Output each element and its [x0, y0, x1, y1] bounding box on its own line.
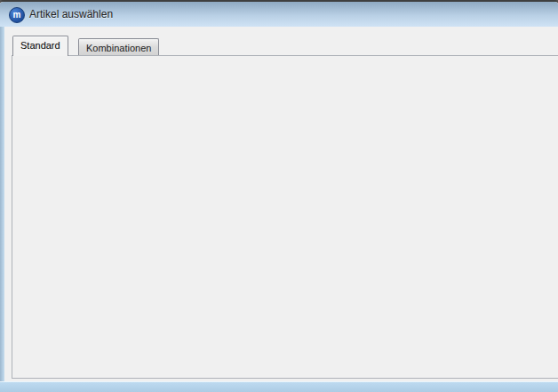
window-title: Artikel auswählen — [29, 8, 113, 20]
tab-page-standard — [12, 55, 558, 379]
title-bar[interactable]: m Artikel auswählen — [0, 2, 558, 27]
tab-kombinationen[interactable]: Kombinationen — [78, 38, 159, 56]
app-logo-icon: m — [9, 7, 25, 23]
tab-standard[interactable]: Standard — [12, 36, 68, 56]
window-border-left — [0, 27, 4, 392]
window-border-bottom — [0, 381, 558, 392]
dialog-artikel-auswaehlen: m Artikel auswählen Standard Kombination… — [0, 0, 558, 392]
